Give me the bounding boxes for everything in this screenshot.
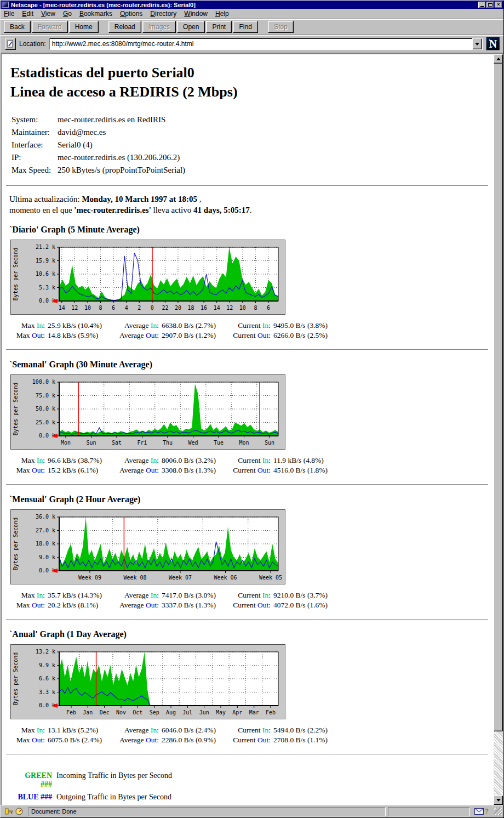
traffic-stats-table: Max In:25.9 kB/s (10.4%)Average In:6638.…: [8, 321, 341, 340]
location-input[interactable]: [50, 39, 472, 49]
stat-label: Average In:: [111, 725, 162, 735]
stat-direction: In: [151, 726, 157, 734]
mrtg-graph-image: 21.2 k15.9 k10.6 k5.3 k0.0 k141210864202…: [10, 240, 285, 315]
stats-row: Max Out:15.2 kB/s (6.1%)Average Out:3308…: [8, 465, 341, 475]
svg-text:Mon: Mon: [61, 440, 71, 446]
stat-value: 8006.0 B/s (3.2%): [162, 456, 225, 465]
info-label: System:: [12, 113, 58, 126]
traffic-stats-table: Max In:96.6 kB/s (38.7%)Average In:8006.…: [8, 456, 341, 475]
svg-text:12: 12: [226, 305, 233, 311]
svg-text:Week 07: Week 07: [169, 575, 192, 581]
help-question-icon: ?: [485, 808, 489, 815]
svg-text:Week 08: Week 08: [123, 575, 146, 581]
stat-label: Max In:: [8, 456, 48, 465]
stat-direction: Out: [32, 601, 43, 609]
svg-text:15.9 k: 15.9 k: [36, 258, 55, 264]
svg-text:Wed: Wed: [188, 440, 198, 446]
netscape-app-icon: [2, 2, 9, 8]
stat-value: 2286.0 B/s (0.9%): [162, 735, 225, 745]
divider: [6, 484, 488, 485]
find-button[interactable]: Find: [233, 21, 258, 33]
mrtg-graph-image: 36.0 k27.0 k18.0 k9.0 k0.0 kWeek 09Week …: [10, 509, 285, 584]
svg-text:Bytes per Second: Bytes per Second: [13, 518, 19, 570]
menu-file[interactable]: File: [4, 10, 14, 18]
status-text: Document: Done: [28, 807, 386, 816]
stat-label: Average Out:: [111, 465, 162, 475]
location-dropdown-button[interactable]: [472, 38, 482, 49]
svg-text:100.0 k: 100.0 k: [32, 379, 55, 385]
maximize-button[interactable]: [486, 2, 494, 8]
back-button[interactable]: Back: [4, 21, 31, 33]
info-row: Max Speed:250 kBytes/s (propPointToPoint…: [12, 164, 185, 177]
security-key-icon[interactable]: [4, 808, 13, 815]
menu-directory[interactable]: Directory: [150, 10, 176, 18]
menu-go[interactable]: Go: [63, 10, 72, 18]
stat-value: 7417.0 B/s (3.0%): [162, 590, 225, 600]
vertical-scrollbar[interactable]: [494, 54, 503, 805]
stars-decoration: [489, 39, 490, 41]
menu-bookmarks[interactable]: Bookmarks: [79, 10, 112, 18]
chevron-down-icon: [475, 43, 479, 48]
scrollbar-thumb[interactable]: [494, 64, 503, 731]
svg-text:Tue: Tue: [214, 440, 224, 446]
menu-edit[interactable]: Edit: [22, 10, 33, 18]
scroll-down-button[interactable]: [494, 796, 503, 805]
legend-color-key: BLUE ###: [13, 793, 52, 802]
mail-area[interactable]: ?: [472, 807, 491, 816]
svg-text:8: 8: [254, 305, 257, 311]
svg-text:6: 6: [267, 305, 270, 311]
menu-window[interactable]: Window: [184, 10, 208, 18]
stat-direction: In: [37, 456, 43, 464]
svg-text:3.3 k: 3.3 k: [39, 689, 55, 695]
stats-row: Max Out:14.8 kB/s (5.9%)Average Out:2907…: [8, 331, 341, 340]
minimize-button[interactable]: [478, 2, 486, 8]
bookmark-page-icon[interactable]: [5, 38, 16, 50]
svg-text:Mon: Mon: [239, 440, 249, 446]
stat-direction: In: [37, 726, 43, 734]
reload-button[interactable]: Reload: [108, 21, 141, 33]
close-button[interactable]: ×: [495, 2, 502, 8]
open-button[interactable]: Open: [177, 21, 205, 33]
svg-text:9.9 k: 9.9 k: [39, 662, 55, 668]
svg-text:14: 14: [59, 305, 65, 311]
location-bar: Location: N: [1, 35, 503, 53]
info-value: mec-router.rediris.es (130.206.206.2): [58, 151, 185, 164]
svg-text:Feb: Feb: [66, 709, 76, 715]
mailbox-icon[interactable]: [474, 808, 484, 815]
svg-text:Apr: Apr: [232, 709, 242, 715]
title-bar[interactable]: Netscape - [mec-router.rediris.es (mec-r…: [1, 1, 503, 9]
svg-text:75.0 k: 75.0 k: [36, 393, 55, 399]
svg-text:16: 16: [201, 305, 207, 311]
svg-text:12: 12: [71, 305, 78, 311]
scrollbar-track[interactable]: [494, 731, 503, 796]
window-title: Netscape - [mec-router.rediris.es (mec-r…: [11, 2, 478, 8]
stat-value: 35.7 kB/s (14.3%): [48, 590, 111, 600]
svg-text:2: 2: [138, 305, 141, 311]
netscape-logo[interactable]: N: [486, 37, 500, 51]
update-tail: ,: [197, 195, 202, 203]
menu-options[interactable]: Options: [120, 10, 142, 18]
resize-grip[interactable]: [494, 808, 502, 815]
stat-label: Max In:: [8, 590, 48, 600]
divider: [6, 349, 488, 350]
legend-color-key: GREEN ###: [13, 771, 52, 789]
menu-view[interactable]: View: [41, 10, 55, 18]
scroll-up-button[interactable]: [494, 54, 503, 64]
stat-label: Max Out:: [8, 735, 48, 745]
chart-monthly: 36.0 k27.0 k18.0 k9.0 k0.0 kWeek 09Week …: [11, 510, 285, 584]
stat-label: Current Out:: [225, 331, 273, 340]
home-button[interactable]: Home: [69, 21, 99, 33]
info-label: Max Speed:: [12, 164, 58, 177]
svg-text:10: 10: [239, 305, 246, 311]
update-prefix: Ultima actualización:: [9, 195, 82, 203]
stat-value: 20.2 kB/s (8.1%): [48, 600, 111, 610]
print-button[interactable]: Print: [206, 21, 232, 33]
stat-direction: Out: [146, 736, 157, 744]
browser-content-frame: Estadisticas del puerto Serial0 Linea de…: [1, 53, 503, 805]
menu-help[interactable]: Help: [215, 10, 229, 18]
uptime-suffix: .: [250, 206, 252, 214]
graph-section: `Diario' Graph (5 Minute Average) 21.2 k…: [2, 225, 494, 350]
uptime-prefix: momento en el que: [9, 206, 74, 214]
svg-text:Week 06: Week 06: [214, 575, 237, 581]
stat-direction: Out: [257, 601, 268, 609]
